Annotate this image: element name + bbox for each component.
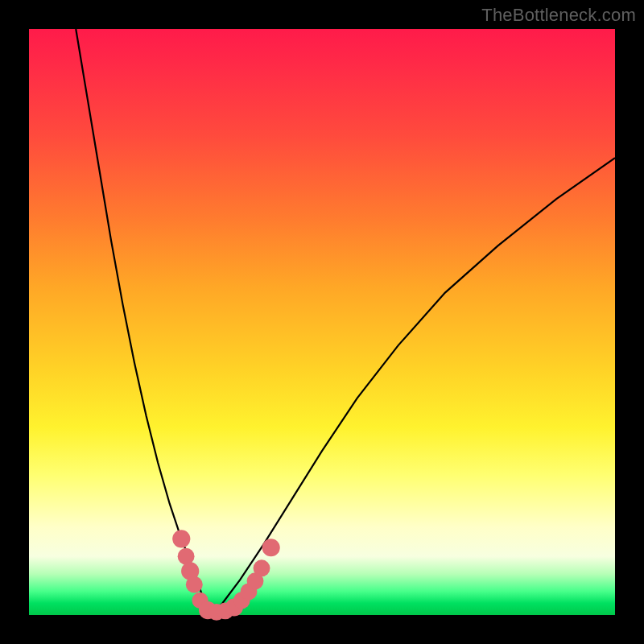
data-point-marker	[178, 548, 195, 565]
data-point-marker	[172, 530, 190, 547]
outer-frame: TheBottleneck.com	[0, 0, 644, 644]
data-point-marker	[262, 539, 280, 556]
data-point-marker	[254, 559, 270, 576]
watermark-text: TheBottleneck.com	[481, 5, 636, 26]
curve-group	[76, 29, 615, 615]
curve-left-branch	[76, 29, 210, 615]
plot-area	[29, 29, 615, 615]
chart-svg	[29, 29, 615, 615]
bead-group	[172, 530, 280, 621]
data-point-marker	[186, 576, 203, 593]
